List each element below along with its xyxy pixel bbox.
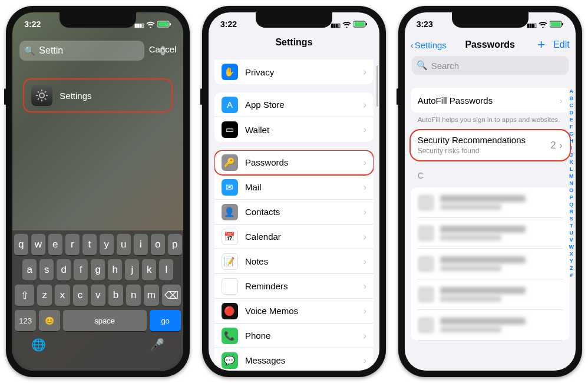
key-u[interactable]: u	[117, 234, 131, 255]
settings-row-calendar[interactable]: 📅 Calendar ›	[214, 224, 374, 249]
settings-row-contacts[interactable]: 👤 Contacts ›	[214, 200, 374, 224]
key-d[interactable]: d	[57, 259, 71, 280]
key-j[interactable]: j	[125, 259, 139, 280]
nav-bar: ‹Settings Passwords + Edit	[405, 37, 576, 52]
key-z[interactable]: z	[37, 285, 52, 306]
key-h[interactable]: h	[108, 259, 122, 280]
alpha-index[interactable]: ABCDEFGHIJKLMNOPQRSTUVWXYZ#	[568, 88, 575, 366]
index-A[interactable]: A	[568, 88, 575, 95]
index-J[interactable]: J	[568, 151, 575, 159]
chevron-right-icon: ›	[364, 331, 366, 341]
index-C[interactable]: C	[568, 102, 575, 109]
scrollbar[interactable]	[376, 65, 378, 107]
key-y[interactable]: y	[100, 234, 114, 255]
index-B[interactable]: B	[568, 95, 575, 102]
password-row[interactable]	[418, 187, 563, 218]
key-q[interactable]: q	[14, 234, 28, 255]
key-v[interactable]: v	[91, 285, 105, 306]
autofill-passwords-row[interactable]: AutoFill Passwords ›	[418, 88, 563, 113]
chevron-right-icon: ›	[364, 207, 366, 217]
index-U[interactable]: U	[568, 229, 575, 236]
index-#[interactable]: #	[568, 272, 575, 279]
space-key[interactable]: space	[63, 310, 147, 331]
index-Q[interactable]: Q	[568, 201, 575, 208]
wifi-icon	[539, 21, 547, 28]
key-w[interactable]: w	[31, 234, 45, 255]
key-l[interactable]: l	[159, 259, 173, 280]
index-G[interactable]: G	[568, 130, 575, 137]
delete-key[interactable]: ⌫	[162, 285, 181, 306]
index-K[interactable]: K	[568, 159, 575, 166]
security-recommendations-row[interactable]: Security Recommendations Security risks …	[409, 129, 571, 161]
settings-row-phone[interactable]: 📞 Phone ›	[214, 323, 374, 348]
spotlight-search[interactable]: 🔍 ✕	[19, 41, 144, 61]
password-list	[411, 187, 570, 341]
index-D[interactable]: D	[568, 109, 575, 116]
search-result-settings[interactable]: Settings	[23, 78, 173, 113]
index-P[interactable]: P	[568, 194, 575, 201]
index-X[interactable]: X	[568, 250, 575, 257]
search-input[interactable]	[39, 45, 157, 56]
index-F[interactable]: F	[568, 123, 575, 130]
index-V[interactable]: V	[568, 236, 575, 243]
index-N[interactable]: N	[568, 180, 575, 187]
key-n[interactable]: n	[126, 285, 141, 306]
index-M[interactable]: M	[568, 173, 575, 180]
key-b[interactable]: b	[108, 285, 123, 306]
key-o[interactable]: o	[151, 234, 165, 255]
password-row[interactable]	[418, 218, 563, 249]
settings-row-passwords[interactable]: 🔑 Passwords ›	[214, 150, 374, 175]
key-g[interactable]: g	[91, 259, 105, 280]
numbers-key[interactable]: 123	[15, 310, 36, 331]
search-result-label: Settings	[60, 91, 91, 101]
emoji-key[interactable]: 😊	[39, 310, 60, 331]
notes-icon: 📝	[222, 253, 238, 270]
key-m[interactable]: m	[144, 285, 158, 306]
index-Z[interactable]: Z	[568, 265, 575, 272]
index-O[interactable]: O	[568, 187, 575, 194]
cancel-button[interactable]: Cancel	[149, 44, 177, 54]
signal-icon	[331, 19, 340, 29]
index-R[interactable]: R	[568, 208, 575, 215]
key-t[interactable]: t	[82, 234, 97, 255]
password-row[interactable]	[418, 279, 563, 310]
key-p[interactable]: p	[168, 234, 182, 255]
key-r[interactable]: r	[65, 234, 80, 255]
settings-row-notes[interactable]: 📝 Notes ›	[214, 249, 374, 274]
edit-button[interactable]: Edit	[553, 39, 570, 50]
key-f[interactable]: f	[74, 259, 88, 280]
key-c[interactable]: c	[73, 285, 88, 306]
key-k[interactable]: k	[142, 259, 156, 280]
settings-row-privacy[interactable]: ✋ Privacy ›	[214, 60, 374, 84]
search-placeholder: Search	[431, 61, 460, 71]
index-T[interactable]: T	[568, 222, 575, 229]
settings-row-app-store[interactable]: A App Store ›	[214, 93, 374, 117]
key-a[interactable]: a	[22, 259, 37, 280]
settings-row-wallet[interactable]: ▭ Wallet ›	[214, 117, 374, 142]
index-L[interactable]: L	[568, 166, 575, 173]
index-S[interactable]: S	[568, 215, 575, 222]
settings-row-messages[interactable]: 💬 Messages ›	[214, 348, 374, 371]
globe-icon[interactable]: 🌐	[31, 338, 46, 352]
index-Y[interactable]: Y	[568, 257, 575, 265]
shift-key[interactable]: ⇧	[15, 285, 34, 306]
mic-icon[interactable]: 🎤	[150, 338, 164, 352]
go-key[interactable]: go	[150, 310, 181, 331]
password-row[interactable]	[418, 310, 563, 341]
key-i[interactable]: i	[134, 234, 148, 255]
keyboard[interactable]: qwertyuiop asdfghjkl ⇧ zxcvbnm⌫ 123 😊 sp…	[12, 230, 183, 371]
index-H[interactable]: H	[568, 137, 575, 144]
settings-list[interactable]: ✋ Privacy › A App Store ›▭ Wallet › 🔑 Pa…	[209, 60, 379, 371]
key-s[interactable]: s	[39, 259, 54, 280]
key-e[interactable]: e	[48, 234, 62, 255]
key-x[interactable]: x	[55, 285, 70, 306]
add-button[interactable]: +	[537, 37, 545, 52]
index-I[interactable]: I	[568, 144, 575, 151]
search-field[interactable]: 🔍 Search	[412, 56, 569, 75]
settings-row-voice-memos[interactable]: 🔴 Voice Memos ›	[214, 299, 374, 323]
index-W[interactable]: W	[568, 243, 575, 250]
settings-row-reminders[interactable]: ⋮ Reminders ›	[214, 274, 374, 299]
index-E[interactable]: E	[568, 116, 575, 123]
password-row[interactable]	[418, 249, 563, 279]
settings-row-mail[interactable]: ✉ Mail ›	[214, 175, 374, 200]
